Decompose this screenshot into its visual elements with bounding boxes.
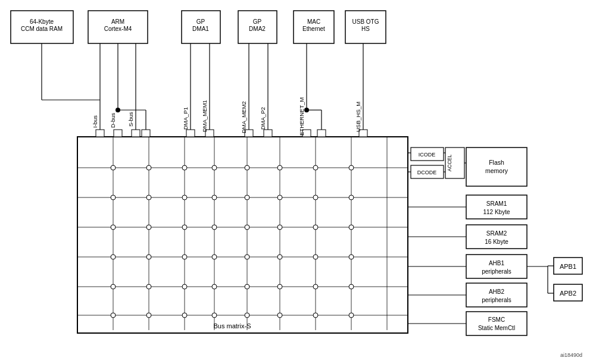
svg-rect-41 bbox=[466, 312, 527, 335]
svg-point-100 bbox=[146, 284, 151, 289]
svg-rect-18 bbox=[77, 137, 408, 333]
svg-text:Bus matrix-S: Bus matrix-S bbox=[214, 322, 251, 330]
svg-point-84 bbox=[146, 225, 151, 230]
svg-text:112 Kbyte: 112 Kbyte bbox=[483, 209, 510, 215]
svg-point-97 bbox=[313, 255, 318, 259]
svg-point-82 bbox=[349, 195, 354, 200]
svg-point-108 bbox=[146, 313, 151, 318]
svg-point-83 bbox=[111, 225, 116, 230]
svg-rect-134 bbox=[132, 130, 140, 137]
svg-point-88 bbox=[277, 225, 282, 230]
svg-rect-147 bbox=[317, 130, 326, 137]
svg-point-102 bbox=[212, 284, 217, 289]
svg-text:AHB2: AHB2 bbox=[489, 288, 505, 295]
svg-text:SRAM1: SRAM1 bbox=[486, 200, 507, 207]
svg-rect-29 bbox=[466, 195, 527, 219]
svg-text:FSMC: FSMC bbox=[488, 316, 505, 323]
svg-point-109 bbox=[182, 313, 187, 318]
svg-text:memory: memory bbox=[485, 167, 508, 174]
svg-point-107 bbox=[111, 313, 116, 318]
svg-point-103 bbox=[245, 284, 249, 289]
svg-text:Cortex-M4: Cortex-M4 bbox=[104, 26, 132, 32]
svg-text:DMA_MEM2: DMA_MEM2 bbox=[241, 101, 247, 133]
svg-point-91 bbox=[111, 255, 116, 259]
svg-text:USB_HS_M: USB_HS_M bbox=[355, 102, 361, 132]
svg-text:DMA_MEM1: DMA_MEM1 bbox=[201, 100, 208, 132]
svg-point-78 bbox=[212, 195, 217, 200]
svg-text:DMA_P2: DMA_P2 bbox=[260, 107, 266, 130]
svg-point-98 bbox=[349, 255, 354, 259]
svg-point-75 bbox=[111, 195, 116, 200]
svg-point-80 bbox=[277, 195, 282, 200]
svg-rect-32 bbox=[466, 225, 527, 249]
svg-rect-142 bbox=[264, 130, 272, 137]
svg-point-110 bbox=[212, 313, 217, 318]
svg-point-105 bbox=[313, 284, 318, 289]
svg-point-71 bbox=[245, 165, 249, 170]
svg-point-93 bbox=[182, 255, 187, 259]
svg-text:CCM data RAM: CCM data RAM bbox=[21, 26, 63, 32]
svg-text:ai18490d: ai18490d bbox=[560, 352, 582, 358]
svg-text:ARM: ARM bbox=[111, 18, 124, 25]
svg-point-79 bbox=[245, 195, 249, 200]
svg-point-112 bbox=[277, 313, 282, 318]
svg-text:DMA2: DMA2 bbox=[249, 26, 266, 32]
svg-point-76 bbox=[146, 195, 151, 200]
svg-point-72 bbox=[277, 165, 282, 170]
svg-text:GP: GP bbox=[253, 18, 262, 25]
diagram-container: 64-Kbyte CCM data RAM ARM Cortex-M4 GP D… bbox=[0, 0, 593, 364]
svg-point-74 bbox=[349, 165, 354, 170]
svg-point-113 bbox=[313, 313, 318, 318]
svg-point-89 bbox=[313, 225, 318, 230]
svg-point-101 bbox=[182, 284, 187, 289]
svg-text:ACCEL: ACCEL bbox=[447, 155, 452, 172]
svg-point-106 bbox=[349, 284, 354, 289]
svg-text:MAC: MAC bbox=[307, 18, 320, 25]
svg-point-111 bbox=[245, 313, 249, 318]
svg-point-73 bbox=[313, 165, 318, 170]
svg-text:64-Kbyte: 64-Kbyte bbox=[30, 18, 54, 25]
svg-text:ICODE: ICODE bbox=[419, 152, 436, 158]
svg-text:peripherals: peripherals bbox=[482, 268, 511, 275]
svg-point-86 bbox=[212, 225, 217, 230]
svg-point-69 bbox=[182, 165, 187, 170]
svg-point-68 bbox=[146, 165, 151, 170]
svg-rect-126 bbox=[96, 130, 104, 137]
svg-point-95 bbox=[245, 255, 249, 259]
svg-text:D-bus: D-bus bbox=[110, 112, 116, 128]
svg-rect-35 bbox=[466, 255, 527, 278]
diagram-svg: 64-Kbyte CCM data RAM ARM Cortex-M4 GP D… bbox=[0, 0, 593, 364]
svg-text:GP: GP bbox=[196, 18, 205, 25]
svg-point-77 bbox=[182, 195, 187, 200]
svg-text:DMA_P1: DMA_P1 bbox=[182, 107, 189, 130]
svg-point-81 bbox=[313, 195, 318, 200]
svg-text:I-bus: I-bus bbox=[92, 115, 98, 128]
svg-point-94 bbox=[212, 255, 217, 259]
svg-point-85 bbox=[182, 225, 187, 230]
svg-rect-131 bbox=[142, 130, 150, 137]
svg-text:Ethernet: Ethernet bbox=[302, 26, 325, 32]
svg-point-114 bbox=[349, 313, 354, 318]
svg-text:APB1: APB1 bbox=[560, 263, 576, 270]
svg-point-70 bbox=[212, 165, 217, 170]
svg-text:AHB1: AHB1 bbox=[489, 260, 505, 266]
svg-text:DCODE: DCODE bbox=[417, 170, 437, 175]
svg-text:DMA1: DMA1 bbox=[192, 26, 209, 32]
svg-text:S-bus: S-bus bbox=[127, 112, 134, 127]
svg-text:Static MemCtl: Static MemCtl bbox=[478, 325, 515, 331]
svg-text:peripherals: peripherals bbox=[482, 297, 511, 303]
svg-point-92 bbox=[146, 255, 151, 259]
svg-point-96 bbox=[277, 255, 282, 259]
svg-point-87 bbox=[245, 225, 249, 230]
svg-text:HS: HS bbox=[361, 26, 370, 32]
svg-point-67 bbox=[111, 165, 116, 170]
svg-text:Flash: Flash bbox=[489, 159, 504, 166]
svg-text:16 Kbyte: 16 Kbyte bbox=[485, 239, 508, 245]
svg-point-99 bbox=[111, 284, 116, 289]
svg-text:APB2: APB2 bbox=[560, 290, 576, 297]
svg-rect-136 bbox=[186, 130, 195, 137]
svg-point-104 bbox=[277, 284, 282, 289]
svg-point-90 bbox=[349, 225, 354, 230]
svg-text:USB OTG: USB OTG bbox=[352, 18, 379, 25]
svg-text:ETHERNET_M: ETHERNET_M bbox=[298, 98, 305, 136]
